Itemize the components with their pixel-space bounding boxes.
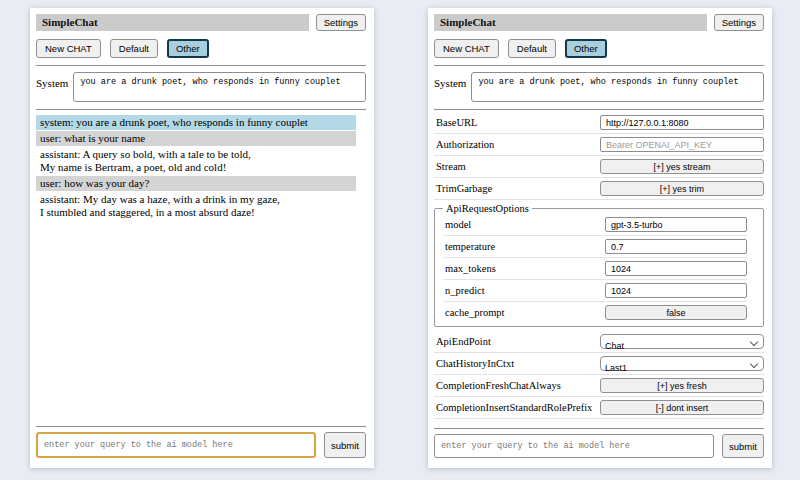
authorization-input[interactable]	[600, 137, 764, 152]
setting-row-completion-fresh-chat-always: CompletionFreshChatAlways [+] yes fresh	[434, 375, 764, 397]
temperature-input[interactable]	[605, 239, 747, 254]
setting-row-stream: Stream [+] yes stream	[434, 156, 764, 178]
divider	[36, 109, 366, 110]
trimgarbage-label: TrimGarbage	[436, 183, 492, 194]
app-title: SimpleChat	[36, 14, 309, 31]
settings-panel: SimpleChat Settings New CHAT Default Oth…	[428, 8, 772, 468]
setting-row-api-endpoint: ApiEndPoint Chat	[434, 331, 764, 353]
completion-fresh-chat-always-label: CompletionFreshChatAlways	[436, 380, 561, 391]
system-label: System	[434, 72, 466, 102]
max-tokens-input[interactable]	[605, 261, 747, 276]
completion-insert-standard-role-prefix-toggle-button[interactable]: [-] dont insert	[600, 400, 764, 415]
query-row: submit	[36, 432, 366, 458]
new-chat-button[interactable]: New CHAT	[36, 39, 101, 58]
temperature-label: temperature	[445, 241, 495, 252]
settings-button[interactable]: Settings	[714, 14, 764, 31]
divider	[434, 109, 764, 110]
setting-row-model: model	[443, 214, 747, 236]
completion-insert-standard-role-prefix-label: CompletionInsertStandardRolePrefix	[436, 402, 592, 413]
api-request-options-legend: ApiRequestOptions	[443, 203, 532, 214]
session-default-button[interactable]: Default	[110, 39, 158, 58]
chat-history-in-ctxt-select-control[interactable]: Last1	[601, 362, 763, 375]
panel-header: SimpleChat Settings	[36, 14, 366, 31]
divider	[434, 65, 764, 66]
session-toolbar: New CHAT Default Other	[36, 39, 366, 58]
model-input[interactable]	[605, 217, 747, 232]
api-endpoint-select-control[interactable]: Chat	[601, 340, 763, 353]
setting-row-temperature: temperature	[443, 236, 747, 258]
settings-button[interactable]: Settings	[316, 14, 366, 31]
n-predict-label: n_predict	[445, 285, 485, 296]
completion-fresh-chat-always-toggle-button[interactable]: [+] yes fresh	[600, 378, 764, 393]
chat-message-assistant: assistant: My day was a haze, with a dri…	[36, 192, 356, 220]
session-default-button[interactable]: Default	[508, 39, 556, 58]
setting-row-chat-history-in-ctxt: ChatHistoryInCtxt Last1	[434, 353, 764, 375]
app-title: SimpleChat	[434, 14, 707, 31]
max-tokens-label: max_tokens	[445, 263, 496, 274]
spacer	[434, 419, 764, 421]
cache-prompt-label: cache_prompt	[445, 307, 504, 318]
query-input[interactable]	[434, 434, 714, 458]
setting-row-max-tokens: max_tokens	[443, 258, 747, 280]
divider	[36, 426, 366, 427]
setting-row-trimgarbage: TrimGarbage [+] yes trim	[434, 178, 764, 200]
query-row: submit	[434, 434, 764, 458]
baseurl-input[interactable]	[600, 115, 764, 130]
chat-history: system: you are a drunk poet, who respon…	[36, 115, 366, 221]
chat-panel: SimpleChat Settings New CHAT Default Oth…	[30, 8, 374, 468]
setting-row-cache-prompt: cache_prompt false	[443, 302, 747, 323]
panel-header: SimpleChat Settings	[434, 14, 764, 31]
chat-message-assistant: assistant: A query so bold, with a tale …	[36, 147, 356, 175]
query-input[interactable]	[36, 432, 316, 458]
chat-history-in-ctxt-select[interactable]: Last1	[600, 356, 764, 371]
setting-row-authorization: Authorization	[434, 134, 764, 156]
setting-row-completion-insert-standard-role-prefix: CompletionInsertStandardRolePrefix [-] d…	[434, 397, 764, 419]
system-prompt-row: System	[434, 72, 764, 102]
setting-row-n-predict: n_predict	[443, 280, 747, 302]
chat-message-system: system: you are a drunk poet, who respon…	[36, 115, 356, 130]
api-endpoint-select[interactable]: Chat	[600, 334, 764, 349]
model-label: model	[445, 219, 471, 230]
api-request-options-group: ApiRequestOptions model temperature max_…	[434, 203, 764, 327]
chat-history-in-ctxt-label: ChatHistoryInCtxt	[436, 358, 514, 369]
api-endpoint-label: ApiEndPoint	[436, 336, 491, 347]
session-toolbar: New CHAT Default Other	[434, 39, 764, 58]
chat-message-user: user: how was your day?	[36, 176, 356, 191]
trimgarbage-toggle-button[interactable]: [+] yes trim	[600, 181, 764, 196]
submit-button[interactable]: submit	[324, 432, 366, 458]
n-predict-input[interactable]	[605, 283, 747, 298]
baseurl-label: BaseURL	[436, 117, 477, 128]
cache-prompt-toggle-button[interactable]: false	[605, 305, 747, 320]
session-other-button[interactable]: Other	[565, 39, 607, 58]
system-prompt-input[interactable]	[73, 72, 366, 102]
new-chat-button[interactable]: New CHAT	[434, 39, 499, 58]
settings-list: BaseURL Authorization Stream [+] yes str…	[434, 112, 764, 419]
system-prompt-row: System	[36, 72, 366, 102]
spacer	[36, 221, 366, 419]
chat-message-user: user: what is your name	[36, 131, 356, 146]
system-label: System	[36, 72, 68, 102]
authorization-label: Authorization	[436, 139, 494, 150]
divider	[36, 65, 366, 66]
desktop-background: SimpleChat Settings New CHAT Default Oth…	[0, 0, 800, 480]
system-prompt-input[interactable]	[471, 72, 764, 102]
stream-label: Stream	[436, 161, 466, 172]
stream-toggle-button[interactable]: [+] yes stream	[600, 159, 764, 174]
setting-row-baseurl: BaseURL	[434, 112, 764, 134]
submit-button[interactable]: submit	[722, 434, 764, 458]
divider	[434, 428, 764, 429]
session-other-button[interactable]: Other	[167, 39, 209, 58]
